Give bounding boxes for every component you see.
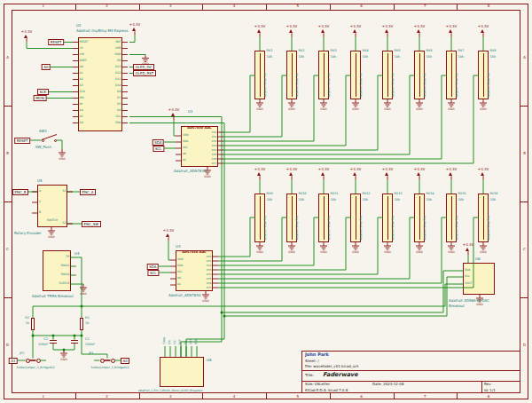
net-label-sck[interactable]: SCK <box>37 89 49 95</box>
pin-name: CH1 <box>212 136 217 138</box>
power-3v3-icon <box>449 172 452 176</box>
net-label-sda[interactable]: SDA <box>153 139 164 146</box>
pin-name: B <box>39 211 41 214</box>
gnd-label: GND <box>352 251 358 254</box>
pin-name: D5 <box>117 103 121 106</box>
frame-tick <box>520 106 528 107</box>
encoder-ref: U5 <box>37 179 42 183</box>
wire <box>168 241 170 261</box>
pin-name: D11 <box>115 78 121 81</box>
net-label-enc_b[interactable]: ENC_B <box>12 189 28 195</box>
frame-tick <box>266 393 267 399</box>
adc1-title: ADS7830 ADC <box>187 127 211 130</box>
net-label-oled_dc[interactable]: OLED_DC <box>133 64 154 70</box>
frame-col-label: 3 <box>169 4 172 8</box>
slider-value: 10k <box>458 56 464 59</box>
slider-part-name: Adafruit Slide Pot <box>488 73 490 98</box>
power-3v3-icon <box>385 172 388 176</box>
junction-dot <box>81 335 83 337</box>
net-label-reset[interactable]: RESET <box>14 138 30 144</box>
power-3v3-icon <box>257 172 261 176</box>
adc2-title: ADS7830 ADC <box>182 251 206 255</box>
pin-name: CH1 <box>207 260 212 263</box>
wire <box>64 344 74 350</box>
frame-col-label: 2 <box>106 395 108 399</box>
slider-ref: RV14 <box>426 193 434 196</box>
pin-name: C <box>39 201 41 203</box>
net-label-enc_sw[interactable]: ENC_SW <box>82 221 101 227</box>
pin-name: D2 <box>80 122 83 124</box>
power-3v3-icon <box>132 28 136 31</box>
net-label-a1[interactable]: A1 <box>9 358 18 364</box>
gnd-label: GND <box>480 108 486 111</box>
power-3v3-label: +3.3V <box>382 25 393 28</box>
net-label-a0[interactable]: A0 <box>42 64 51 70</box>
frame-col-label: 3 <box>169 395 172 399</box>
power-3v3-label: +3.3V <box>318 25 329 28</box>
slider-part-name: Adafruit Slide Pot <box>488 216 490 241</box>
pin-name: CH5 <box>212 154 217 156</box>
gnd-label: GND <box>60 359 66 361</box>
net-label-sda[interactable]: SDA <box>147 264 159 270</box>
net-label-scl[interactable]: SCL <box>147 270 159 276</box>
power-3v3-icon <box>257 29 261 33</box>
title-block-tool: KiCad E.D.A. kicad 7.0.8 <box>305 389 348 392</box>
frame-col-label: 2 <box>106 4 108 8</box>
net-label-mosi[interactable]: MOSI <box>34 95 47 101</box>
slider-value: 10k <box>363 199 368 202</box>
wire <box>218 217 319 265</box>
title-block-rev: Rev: <box>484 383 492 386</box>
net-label-oled_rst[interactable]: OLED_RST <box>133 70 156 76</box>
pin-name: S2 <box>62 222 66 225</box>
net-label-enc_a[interactable]: ENC_A <box>80 189 96 195</box>
frame-tick <box>4 202 12 202</box>
slider-part-name: Adafruit Slide Pot <box>296 73 299 98</box>
frame-col-label: 4 <box>233 395 236 399</box>
power-3v3-label: +3.3V <box>478 168 489 171</box>
frame-tick <box>202 393 203 399</box>
power-3v3-icon <box>166 233 169 237</box>
net-label-scl[interactable]: SCL <box>153 146 164 152</box>
frame-col-label: 5 <box>297 4 300 8</box>
c1-value: 100nF <box>85 344 95 347</box>
slider-value: 10k <box>490 56 496 59</box>
slider-ref: RV16 <box>490 193 498 196</box>
frame-tick <box>75 4 76 10</box>
pin-name: SDA <box>465 269 470 272</box>
power-3v3-label: +3.3V <box>254 25 265 28</box>
gnd-label: GND <box>256 108 262 111</box>
power-3v3-label: +3.3V <box>318 168 329 171</box>
pin-name: D4 <box>117 109 121 112</box>
frame-col-label: 8 <box>488 4 490 8</box>
pin-name: S1 <box>62 190 66 193</box>
oled-pin-label: Data <box>163 337 166 344</box>
frame-tick <box>457 393 458 399</box>
pin-name: CH7 <box>207 287 212 289</box>
slider-value: 10k <box>490 199 496 202</box>
slider-value: 10k <box>299 199 304 202</box>
r1-ref: R1 <box>85 317 90 320</box>
pin-name: CH3 <box>207 269 212 272</box>
r2-value: 1k <box>26 322 29 326</box>
frame-row-label: B <box>523 152 526 155</box>
net-label-reset[interactable]: RESET <box>48 39 64 45</box>
pin-name: CH4 <box>212 149 217 152</box>
wire <box>223 75 319 141</box>
adc2-ref: U3 <box>176 245 180 249</box>
net-label-a0[interactable]: A0 <box>121 358 129 364</box>
pin-name: SLEEVE <box>59 282 69 285</box>
power-3v3-label: +3.3V <box>446 25 457 28</box>
mcu-name: Adafruit ItsyBitsy M4 Express <box>76 29 128 33</box>
power-3v3-label: +3.3V <box>129 23 140 27</box>
power-3v3-label: +3.3V <box>21 30 32 34</box>
slider-ref: RV15 <box>458 193 466 196</box>
pin-name: A3 <box>80 84 83 87</box>
slider-part-name: Adafruit Slide Pot <box>328 216 331 241</box>
schematic-sheet: U2 Adafruit ItsyBitsy M4 Express U1 ADS7… <box>0 0 532 403</box>
gnd-label: GND <box>448 108 454 111</box>
pin-name: D7 <box>117 97 121 99</box>
slider-part-name: Adafruit Slide Pot <box>456 73 458 98</box>
gnd-label: GND <box>320 108 326 111</box>
dac-ref: U6 <box>475 257 480 261</box>
pin-name: BAT <box>115 41 121 43</box>
